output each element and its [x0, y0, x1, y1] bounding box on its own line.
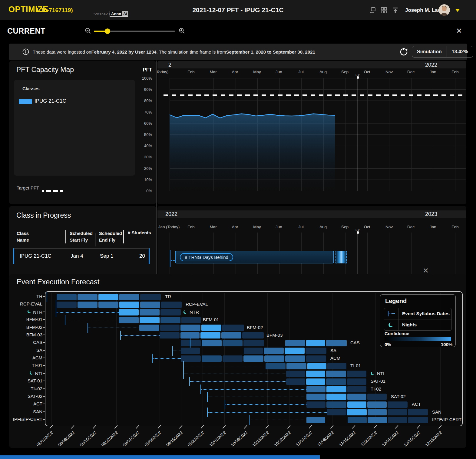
gantt-segment[interactable] [306, 401, 326, 408]
gantt-segment[interactable] [408, 417, 428, 423]
gantt-segment[interactable] [140, 317, 160, 323]
gantt-segment[interactable] [388, 417, 407, 423]
gantt-segment[interactable] [347, 409, 367, 415]
avatar[interactable] [438, 4, 450, 16]
gantt-segment[interactable] [388, 409, 407, 415]
gantt-segment[interactable] [202, 340, 222, 346]
gantt-segment[interactable] [367, 394, 387, 400]
gantt-segment[interactable] [78, 302, 98, 308]
gantt-segment[interactable] [326, 371, 346, 377]
gantt-segment[interactable] [78, 294, 98, 300]
gantt-segment[interactable] [160, 332, 180, 338]
gantt-segment[interactable] [181, 317, 201, 323]
gantt-segment[interactable] [57, 294, 77, 300]
gantt-segment[interactable] [202, 355, 222, 362]
gantt-segment[interactable] [264, 348, 284, 354]
gantt-segment[interactable] [266, 363, 286, 369]
gantt-segment[interactable] [286, 363, 306, 369]
gantt-segment[interactable] [347, 371, 366, 377]
gantt-segment[interactable] [140, 309, 160, 315]
gantt-segment[interactable] [139, 325, 159, 331]
gantt-segment[interactable] [285, 355, 305, 362]
gantt-segment[interactable] [119, 302, 139, 308]
gantt-segment[interactable] [201, 325, 221, 331]
gantt-segment[interactable] [306, 355, 326, 362]
upload-icon[interactable] [392, 7, 399, 14]
gantt-segment[interactable] [347, 401, 366, 408]
gantt-segment[interactable] [119, 317, 139, 323]
user-name[interactable]: Joseph M. Law [405, 7, 442, 13]
gantt-segment[interactable] [242, 332, 264, 338]
slider-thumb[interactable] [105, 28, 110, 34]
gantt-segment[interactable] [368, 417, 387, 423]
gantt-segment[interactable] [223, 340, 243, 346]
gantt-segment[interactable] [286, 371, 305, 377]
user-menu-caret-icon[interactable] [455, 9, 460, 12]
gantt-segment[interactable] [327, 409, 346, 415]
gantt-segment[interactable] [223, 355, 243, 362]
gantt-segment[interactable] [244, 348, 263, 354]
gantt-segment[interactable] [347, 394, 366, 400]
gantt-segment[interactable] [160, 317, 180, 323]
gantt-segment[interactable] [368, 409, 387, 415]
gantt-segment[interactable] [161, 302, 182, 308]
class-bar-extension[interactable] [336, 251, 347, 263]
gantt-segment[interactable] [307, 363, 326, 369]
timeline-zoom-slider[interactable] [94, 31, 175, 32]
gantt-segment[interactable] [200, 332, 220, 338]
class-legend-swatch[interactable] [19, 99, 32, 104]
trng-days-behind-badge[interactable]: 8 TRNG Days Behind [180, 253, 233, 261]
gantt-segment[interactable] [180, 325, 200, 331]
gantt-segment[interactable] [221, 332, 241, 338]
gantt-segment[interactable] [98, 294, 118, 300]
timeline-close-icon[interactable]: ✕ [423, 267, 429, 274]
gantt-segment[interactable] [264, 355, 284, 362]
gantt-segment[interactable] [57, 302, 77, 308]
bottom-scrollbar[interactable] [0, 455, 320, 459]
gantt-segment[interactable] [180, 332, 200, 338]
gantt-segment[interactable] [140, 294, 161, 300]
gantt-segment[interactable] [306, 371, 325, 377]
grid-view-icon[interactable] [380, 7, 388, 14]
gantt-segment[interactable] [388, 401, 408, 408]
gantt-segment[interactable] [326, 378, 346, 385]
class-legend-label[interactable]: IPUG 21-C1C [35, 98, 66, 104]
gantt-segment[interactable] [326, 394, 346, 400]
gantt-segment[interactable] [98, 302, 118, 308]
gantt-segment[interactable] [306, 340, 325, 346]
gantt-segment[interactable] [119, 309, 139, 315]
gantt-segment[interactable] [160, 309, 181, 315]
gantt-segment[interactable] [181, 348, 200, 354]
gantt-segment[interactable] [306, 394, 326, 400]
gantt-segment[interactable] [140, 302, 160, 308]
gantt-segment[interactable] [326, 340, 347, 346]
restart-simulation-icon[interactable] [399, 47, 408, 56]
gantt-segment[interactable] [306, 417, 325, 423]
gantt-segment[interactable] [327, 363, 346, 369]
gantt-segment[interactable] [181, 355, 201, 362]
zoom-out-icon[interactable] [85, 28, 91, 34]
gantt-segment[interactable] [347, 386, 366, 392]
gantt-segment[interactable] [119, 294, 139, 300]
class-table-row[interactable]: IPUG 21-C1C Jan 4 Sep 1 20 [13, 248, 150, 264]
gantt-segment[interactable] [326, 401, 346, 408]
gantt-segment[interactable] [160, 325, 180, 331]
gantt-segment[interactable] [306, 348, 326, 354]
gantt-segment[interactable] [286, 378, 305, 385]
simulation-progress-badge[interactable]: Simulation 13.42% [412, 46, 473, 58]
gantt-segment[interactable] [408, 409, 428, 415]
close-view-icon[interactable]: ✕ [456, 27, 462, 35]
gantt-segment[interactable] [285, 340, 305, 346]
gantt-segment[interactable] [306, 386, 326, 392]
gantt-segment[interactable] [243, 340, 264, 346]
gantt-segment[interactable] [285, 348, 305, 354]
gantt-segment[interactable] [348, 417, 367, 423]
gantt-segment[interactable] [326, 386, 346, 392]
gantt-segment[interactable] [306, 378, 325, 385]
class-progress-bar[interactable]: 8 TRNG Days Behind [175, 251, 334, 263]
gantt-segment[interactable] [347, 378, 366, 385]
zoom-in-icon[interactable] [179, 28, 185, 34]
gantt-segment[interactable] [367, 401, 387, 408]
gantt-segment[interactable] [243, 355, 263, 362]
windows-cascade-icon[interactable] [369, 7, 376, 14]
